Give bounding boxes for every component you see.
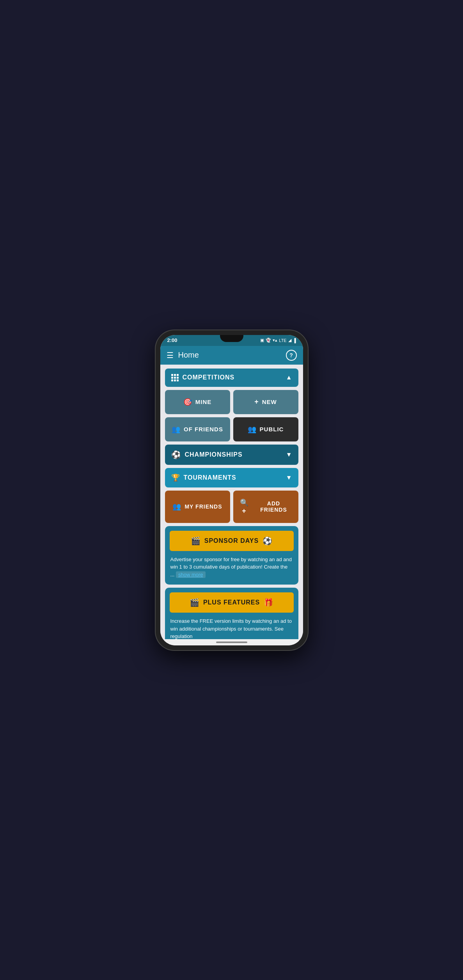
competitions-title: COMPETITIONS xyxy=(183,374,235,381)
my-friends-label: MY FRIENDS xyxy=(184,503,222,510)
phone-frame: 2:00 ▣ 👻 ▾▴ LTE ◢ ▐ ☰ Home ? xyxy=(156,330,308,650)
soccer-ball-icon: ⚽ xyxy=(171,450,181,459)
grid-icon xyxy=(171,374,179,381)
phone-inner: 2:00 ▣ 👻 ▾▴ LTE ◢ ▐ ☰ Home ? xyxy=(160,335,303,645)
add-friends-button[interactable]: 🔍+ ADD FRIENDS xyxy=(233,491,298,523)
app-header: ☰ Home ? xyxy=(160,346,303,365)
public-label: PUBLIC xyxy=(260,426,284,432)
tournaments-title: TOURNAMENTS xyxy=(184,474,236,481)
add-friends-icon: 🔍+ xyxy=(238,498,251,515)
championships-chevron: ▼ xyxy=(286,451,292,458)
public-icon: 👥 xyxy=(248,425,257,434)
mine-icon: 🎯 xyxy=(183,398,192,406)
tournaments-header[interactable]: 🏆 TOURNAMENTS ▼ xyxy=(165,468,298,487)
home-indicator xyxy=(160,639,303,645)
gift-icon: 🎁 xyxy=(264,598,273,607)
sponsor-days-card: 🎬 SPONSOR DAYS ⚽ Advertise your sponsor … xyxy=(165,526,298,585)
championships-title: CHAMPIONSHIPS xyxy=(185,451,243,458)
plus-features-body: Increase the FREE version limits by watc… xyxy=(170,616,294,639)
tournaments-chevron: ▼ xyxy=(286,474,292,481)
film-icon: 🎬 xyxy=(191,536,200,546)
mine-label: MINE xyxy=(195,399,212,405)
championships-header-left: ⚽ CHAMPIONSHIPS xyxy=(171,450,243,459)
add-friends-label: ADD FRIENDS xyxy=(254,500,294,513)
plus-icon: + xyxy=(254,398,259,406)
championships-header[interactable]: ⚽ CHAMPIONSHIPS ▼ xyxy=(165,445,298,465)
help-label: ? xyxy=(289,352,293,358)
competitions-chevron: ▲ xyxy=(286,374,292,381)
soccer-ball-sponsor-icon: ⚽ xyxy=(263,536,272,546)
trophy-icon: 🏆 xyxy=(171,473,180,482)
hamburger-icon[interactable]: ☰ xyxy=(167,351,174,360)
plus-features-banner[interactable]: 🎬 PLUS FEATURES 🎁 xyxy=(170,592,294,613)
my-friends-button[interactable]: 👥 MY FRIENDS xyxy=(165,491,230,523)
of-friends-button[interactable]: 👥 OF FRIENDS xyxy=(165,417,230,441)
ghost-icon: 👻 xyxy=(266,338,271,343)
competitions-header-left: COMPETITIONS xyxy=(171,374,235,381)
film-plus-icon: 🎬 xyxy=(190,598,199,607)
sponsor-days-body: Advertise your sponsor for free by watch… xyxy=(170,554,294,580)
new-label: NEW xyxy=(262,399,277,405)
lte-label: LTE xyxy=(279,338,286,343)
mine-button[interactable]: 🎯 MINE xyxy=(165,390,230,414)
help-button[interactable]: ? xyxy=(286,350,297,361)
competitions-grid: 🎯 MINE + NEW 👥 OF FRIENDS 👥 PUBLIC xyxy=(165,390,298,441)
notch xyxy=(220,335,243,342)
of-friends-label: OF FRIENDS xyxy=(184,426,223,432)
status-time: 2:00 xyxy=(167,337,177,343)
friends-grid: 👥 MY FRIENDS 🔍+ ADD FRIENDS xyxy=(165,491,298,523)
public-button[interactable]: 👥 PUBLIC xyxy=(233,417,298,441)
header-left: ☰ Home xyxy=(167,351,199,360)
content-area: COMPETITIONS ▲ 🎯 MINE + NEW 👥 OF FRIENDS xyxy=(160,365,303,639)
friends-small-icon: 👥 xyxy=(172,425,181,434)
show-more-button[interactable]: show more xyxy=(176,571,206,578)
my-friends-icon: 👥 xyxy=(172,502,181,511)
competitions-header[interactable]: COMPETITIONS ▲ xyxy=(165,369,298,387)
sim-icon: ▣ xyxy=(260,338,264,343)
new-button[interactable]: + NEW xyxy=(233,390,298,414)
plus-features-card: 🎬 PLUS FEATURES 🎁 Increase the FREE vers… xyxy=(165,588,298,639)
plus-features-text: Increase the FREE version limits by watc… xyxy=(170,618,292,639)
plus-features-title: PLUS FEATURES xyxy=(203,599,260,606)
wifi-icon: ▾▴ xyxy=(273,338,277,343)
status-icons: ▣ 👻 ▾▴ LTE ◢ ▐ xyxy=(260,338,296,343)
sponsor-days-title: SPONSOR DAYS xyxy=(204,537,259,544)
header-title: Home xyxy=(178,351,199,360)
signal-icon: ◢ xyxy=(288,338,291,343)
battery-icon: ▐ xyxy=(293,338,296,343)
sponsor-days-banner[interactable]: 🎬 SPONSOR DAYS ⚽ xyxy=(170,531,294,551)
tournaments-header-left: 🏆 TOURNAMENTS xyxy=(171,473,236,482)
home-bar xyxy=(216,642,247,643)
